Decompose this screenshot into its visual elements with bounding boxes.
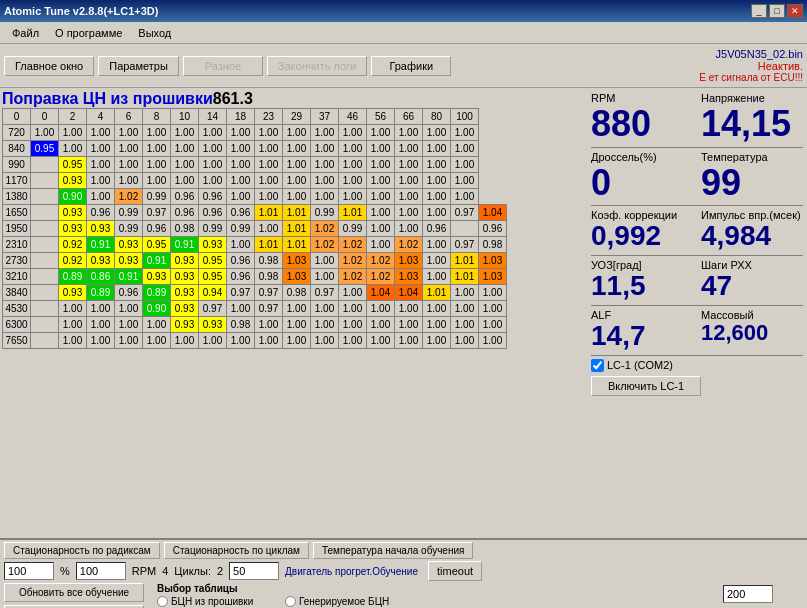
table-cell[interactable]: 0.97 (451, 205, 479, 221)
maximize-button[interactable]: □ (769, 4, 785, 18)
table-cell[interactable]: 0.93 (171, 253, 199, 269)
table-cell[interactable]: 1.00 (451, 317, 479, 333)
table-cell[interactable] (31, 301, 59, 317)
table-cell[interactable]: 0.97 (451, 237, 479, 253)
lc-checkbox-label[interactable]: LC-1 (COM2) (591, 359, 673, 372)
table-cell[interactable]: 1.01 (255, 205, 283, 221)
table-cell[interactable] (31, 237, 59, 253)
table-cell[interactable]: 1.00 (367, 237, 395, 253)
table-cell[interactable]: 0.98 (479, 237, 507, 253)
table-cell[interactable]: 1.00 (143, 157, 171, 173)
table-cell[interactable]: 0.95 (59, 157, 87, 173)
table-cell[interactable]: 0.98 (255, 253, 283, 269)
table-cell[interactable]: 1.01 (283, 205, 311, 221)
table-cell[interactable]: 1.00 (59, 301, 87, 317)
table-cell[interactable]: 0.96 (199, 189, 227, 205)
table-cell[interactable]: 1.00 (423, 237, 451, 253)
table-cell[interactable]: 1.00 (227, 125, 255, 141)
table-cell[interactable]: 1.00 (311, 173, 339, 189)
table-cell[interactable]: 1.00 (171, 141, 199, 157)
table-cell[interactable]: 1.00 (395, 205, 423, 221)
table-cell[interactable]: 1.03 (479, 253, 507, 269)
table-cell[interactable]: 1.00 (479, 301, 507, 317)
table-cell[interactable]: 1.00 (283, 141, 311, 157)
table-cell[interactable]: 1.04 (395, 285, 423, 301)
table-cell[interactable]: 1.00 (143, 333, 171, 349)
table-cell[interactable]: 1.00 (255, 317, 283, 333)
table-cell[interactable]: 1.00 (199, 157, 227, 173)
table-cell[interactable] (31, 317, 59, 333)
misc-button[interactable]: Разное (183, 56, 263, 76)
table-cell[interactable] (31, 205, 59, 221)
params-button[interactable]: Параметры (98, 56, 179, 76)
table-cell[interactable]: 1.02 (115, 189, 143, 205)
table-cell[interactable]: 1.00 (87, 317, 115, 333)
table-cell[interactable]: 1.00 (171, 333, 199, 349)
table-cell[interactable]: 1.00 (283, 125, 311, 141)
table-cell[interactable]: 1.00 (423, 205, 451, 221)
table-cell[interactable]: 1.00 (199, 333, 227, 349)
table-cell[interactable]: 0.94 (199, 285, 227, 301)
table-cell[interactable]: 1.02 (339, 237, 367, 253)
minimize-button[interactable]: _ (751, 4, 767, 18)
menu-exit[interactable]: Выход (130, 25, 179, 41)
table-cell[interactable]: 1.00 (283, 189, 311, 205)
table-cell[interactable]: 1.00 (227, 173, 255, 189)
table-cell[interactable]: 0.95 (143, 237, 171, 253)
temp-val1-input[interactable] (723, 585, 773, 603)
table-cell[interactable]: 1.00 (395, 301, 423, 317)
timeout-button[interactable]: timeout (428, 561, 482, 581)
table-cell[interactable]: 1.00 (451, 285, 479, 301)
table-cell[interactable]: 0.96 (115, 285, 143, 301)
table-cell[interactable]: 1.00 (423, 157, 451, 173)
table-cell[interactable]: 1.00 (395, 141, 423, 157)
table-cell[interactable]: 1.00 (115, 333, 143, 349)
table-cell[interactable]: 1.00 (367, 189, 395, 205)
table-cell[interactable]: 1.00 (451, 157, 479, 173)
table-cell[interactable]: 1.00 (143, 141, 171, 157)
table-cell[interactable]: 0.92 (59, 253, 87, 269)
table-cell[interactable] (31, 269, 59, 285)
table-cell[interactable]: 1.00 (451, 189, 479, 205)
table-cell[interactable]: 0.93 (199, 317, 227, 333)
table-cell[interactable]: 1.00 (339, 333, 367, 349)
table-cell[interactable]: 1.00 (479, 285, 507, 301)
table-cell[interactable]: 1.00 (227, 141, 255, 157)
table-cell[interactable]: 0.96 (227, 269, 255, 285)
table-cell[interactable]: 1.00 (227, 189, 255, 205)
table-cell[interactable]: 1.00 (199, 141, 227, 157)
table-cell[interactable]: 0.89 (143, 285, 171, 301)
table-cell[interactable]: 1.00 (367, 333, 395, 349)
table-cell[interactable]: 1.00 (115, 141, 143, 157)
table-cell[interactable]: 1.00 (339, 189, 367, 205)
table-cell[interactable]: 1.00 (339, 141, 367, 157)
table-cell[interactable]: 1.00 (451, 333, 479, 349)
table-cell[interactable]: 1.00 (59, 141, 87, 157)
cycles-num-input[interactable] (229, 562, 279, 580)
table-cell[interactable]: 1.03 (283, 253, 311, 269)
table-cell[interactable]: 1.00 (255, 333, 283, 349)
enable-lc-button[interactable]: Включить LC-1 (591, 376, 701, 396)
table-cell[interactable]: 1.00 (199, 125, 227, 141)
table-cell[interactable]: 1.00 (367, 301, 395, 317)
temp-start-btn[interactable]: Температура начала обучения (313, 542, 474, 559)
table-cell[interactable]: 1.01 (451, 253, 479, 269)
menu-file[interactable]: Файл (4, 25, 47, 41)
table-cell[interactable]: 1.00 (143, 317, 171, 333)
main-window-button[interactable]: Главное окно (4, 56, 94, 76)
table-cell[interactable]: 1.00 (451, 141, 479, 157)
table-cell[interactable]: 1.00 (339, 301, 367, 317)
table-cell[interactable]: 1.00 (367, 173, 395, 189)
val1-input[interactable] (4, 562, 54, 580)
menu-about[interactable]: О программе (47, 25, 130, 41)
table-cell[interactable]: 0.95 (199, 269, 227, 285)
table-cell[interactable]: 0.98 (227, 317, 255, 333)
table-cell[interactable]: 0.93 (115, 253, 143, 269)
table-cell[interactable]: 1.00 (255, 173, 283, 189)
table-cell[interactable]: 1.02 (311, 221, 339, 237)
table-cell[interactable]: 1.00 (311, 141, 339, 157)
table-cell[interactable]: 0.93 (59, 221, 87, 237)
table-cell[interactable]: 1.00 (115, 317, 143, 333)
table-cell[interactable]: 1.00 (87, 141, 115, 157)
table-cell[interactable]: 0.89 (59, 269, 87, 285)
